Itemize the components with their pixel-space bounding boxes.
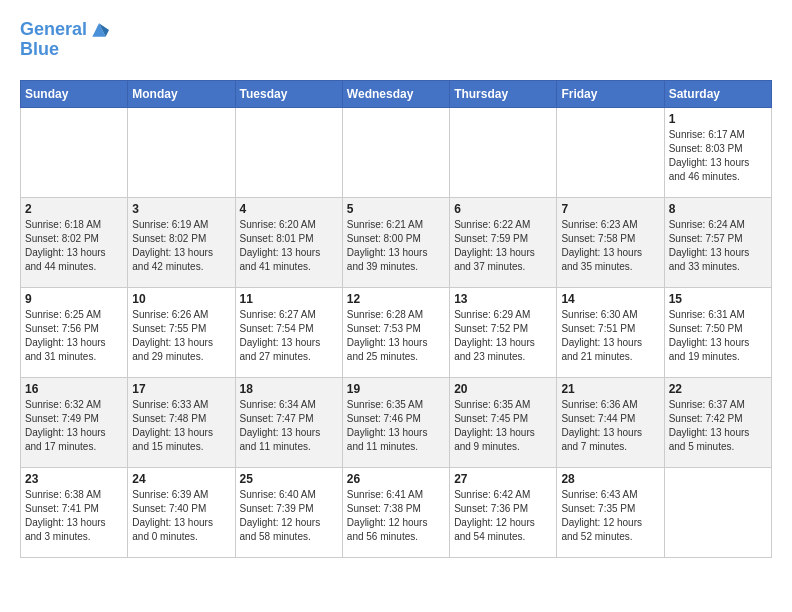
calendar-cell: 9Sunrise: 6:25 AM Sunset: 7:56 PM Daylig… — [21, 287, 128, 377]
logo-blue-text: Blue — [20, 40, 109, 60]
logo-text: General — [20, 20, 87, 40]
day-info: Sunrise: 6:23 AM Sunset: 7:58 PM Dayligh… — [561, 218, 659, 274]
day-number: 10 — [132, 292, 230, 306]
calendar-cell: 23Sunrise: 6:38 AM Sunset: 7:41 PM Dayli… — [21, 467, 128, 557]
day-number: 13 — [454, 292, 552, 306]
calendar-cell: 24Sunrise: 6:39 AM Sunset: 7:40 PM Dayli… — [128, 467, 235, 557]
calendar-cell: 15Sunrise: 6:31 AM Sunset: 7:50 PM Dayli… — [664, 287, 771, 377]
day-info: Sunrise: 6:39 AM Sunset: 7:40 PM Dayligh… — [132, 488, 230, 544]
calendar-cell — [21, 107, 128, 197]
day-header-thursday: Thursday — [450, 80, 557, 107]
calendar-cell: 4Sunrise: 6:20 AM Sunset: 8:01 PM Daylig… — [235, 197, 342, 287]
day-number: 24 — [132, 472, 230, 486]
calendar-cell — [128, 107, 235, 197]
day-header-saturday: Saturday — [664, 80, 771, 107]
calendar-cell: 2Sunrise: 6:18 AM Sunset: 8:02 PM Daylig… — [21, 197, 128, 287]
day-info: Sunrise: 6:36 AM Sunset: 7:44 PM Dayligh… — [561, 398, 659, 454]
day-number: 5 — [347, 202, 445, 216]
calendar-cell: 18Sunrise: 6:34 AM Sunset: 7:47 PM Dayli… — [235, 377, 342, 467]
day-number: 19 — [347, 382, 445, 396]
day-number: 4 — [240, 202, 338, 216]
day-number: 7 — [561, 202, 659, 216]
day-number: 20 — [454, 382, 552, 396]
day-number: 9 — [25, 292, 123, 306]
calendar-cell: 25Sunrise: 6:40 AM Sunset: 7:39 PM Dayli… — [235, 467, 342, 557]
day-info: Sunrise: 6:20 AM Sunset: 8:01 PM Dayligh… — [240, 218, 338, 274]
day-info: Sunrise: 6:37 AM Sunset: 7:42 PM Dayligh… — [669, 398, 767, 454]
day-number: 8 — [669, 202, 767, 216]
day-number: 22 — [669, 382, 767, 396]
day-header-wednesday: Wednesday — [342, 80, 449, 107]
day-number: 27 — [454, 472, 552, 486]
calendar-cell — [557, 107, 664, 197]
day-number: 15 — [669, 292, 767, 306]
calendar-cell — [342, 107, 449, 197]
calendar-cell: 14Sunrise: 6:30 AM Sunset: 7:51 PM Dayli… — [557, 287, 664, 377]
day-info: Sunrise: 6:21 AM Sunset: 8:00 PM Dayligh… — [347, 218, 445, 274]
day-info: Sunrise: 6:32 AM Sunset: 7:49 PM Dayligh… — [25, 398, 123, 454]
day-info: Sunrise: 6:35 AM Sunset: 7:45 PM Dayligh… — [454, 398, 552, 454]
calendar-cell: 20Sunrise: 6:35 AM Sunset: 7:45 PM Dayli… — [450, 377, 557, 467]
day-info: Sunrise: 6:42 AM Sunset: 7:36 PM Dayligh… — [454, 488, 552, 544]
day-info: Sunrise: 6:17 AM Sunset: 8:03 PM Dayligh… — [669, 128, 767, 184]
day-info: Sunrise: 6:24 AM Sunset: 7:57 PM Dayligh… — [669, 218, 767, 274]
calendar-cell: 12Sunrise: 6:28 AM Sunset: 7:53 PM Dayli… — [342, 287, 449, 377]
day-info: Sunrise: 6:27 AM Sunset: 7:54 PM Dayligh… — [240, 308, 338, 364]
calendar-cell: 27Sunrise: 6:42 AM Sunset: 7:36 PM Dayli… — [450, 467, 557, 557]
calendar-cell: 13Sunrise: 6:29 AM Sunset: 7:52 PM Dayli… — [450, 287, 557, 377]
day-number: 6 — [454, 202, 552, 216]
day-number: 18 — [240, 382, 338, 396]
calendar-cell: 16Sunrise: 6:32 AM Sunset: 7:49 PM Dayli… — [21, 377, 128, 467]
calendar-cell — [664, 467, 771, 557]
day-info: Sunrise: 6:43 AM Sunset: 7:35 PM Dayligh… — [561, 488, 659, 544]
day-info: Sunrise: 6:25 AM Sunset: 7:56 PM Dayligh… — [25, 308, 123, 364]
day-info: Sunrise: 6:18 AM Sunset: 8:02 PM Dayligh… — [25, 218, 123, 274]
calendar-cell: 5Sunrise: 6:21 AM Sunset: 8:00 PM Daylig… — [342, 197, 449, 287]
day-info: Sunrise: 6:35 AM Sunset: 7:46 PM Dayligh… — [347, 398, 445, 454]
day-number: 1 — [669, 112, 767, 126]
day-info: Sunrise: 6:33 AM Sunset: 7:48 PM Dayligh… — [132, 398, 230, 454]
calendar-cell: 21Sunrise: 6:36 AM Sunset: 7:44 PM Dayli… — [557, 377, 664, 467]
calendar-cell: 6Sunrise: 6:22 AM Sunset: 7:59 PM Daylig… — [450, 197, 557, 287]
day-info: Sunrise: 6:41 AM Sunset: 7:38 PM Dayligh… — [347, 488, 445, 544]
calendar-cell — [450, 107, 557, 197]
day-info: Sunrise: 6:34 AM Sunset: 7:47 PM Dayligh… — [240, 398, 338, 454]
day-info: Sunrise: 6:30 AM Sunset: 7:51 PM Dayligh… — [561, 308, 659, 364]
day-header-tuesday: Tuesday — [235, 80, 342, 107]
day-info: Sunrise: 6:19 AM Sunset: 8:02 PM Dayligh… — [132, 218, 230, 274]
calendar-cell: 1Sunrise: 6:17 AM Sunset: 8:03 PM Daylig… — [664, 107, 771, 197]
calendar-cell: 3Sunrise: 6:19 AM Sunset: 8:02 PM Daylig… — [128, 197, 235, 287]
day-info: Sunrise: 6:22 AM Sunset: 7:59 PM Dayligh… — [454, 218, 552, 274]
logo: General Blue — [20, 20, 109, 60]
day-number: 23 — [25, 472, 123, 486]
day-info: Sunrise: 6:38 AM Sunset: 7:41 PM Dayligh… — [25, 488, 123, 544]
day-number: 17 — [132, 382, 230, 396]
calendar-cell: 7Sunrise: 6:23 AM Sunset: 7:58 PM Daylig… — [557, 197, 664, 287]
day-info: Sunrise: 6:29 AM Sunset: 7:52 PM Dayligh… — [454, 308, 552, 364]
calendar-cell: 19Sunrise: 6:35 AM Sunset: 7:46 PM Dayli… — [342, 377, 449, 467]
day-header-friday: Friday — [557, 80, 664, 107]
day-number: 12 — [347, 292, 445, 306]
day-number: 14 — [561, 292, 659, 306]
day-number: 21 — [561, 382, 659, 396]
day-info: Sunrise: 6:26 AM Sunset: 7:55 PM Dayligh… — [132, 308, 230, 364]
day-number: 26 — [347, 472, 445, 486]
day-number: 25 — [240, 472, 338, 486]
day-number: 11 — [240, 292, 338, 306]
logo-icon — [89, 20, 109, 40]
calendar-table: SundayMondayTuesdayWednesdayThursdayFrid… — [20, 80, 772, 558]
day-header-sunday: Sunday — [21, 80, 128, 107]
calendar-cell — [235, 107, 342, 197]
calendar-cell: 8Sunrise: 6:24 AM Sunset: 7:57 PM Daylig… — [664, 197, 771, 287]
calendar-cell: 26Sunrise: 6:41 AM Sunset: 7:38 PM Dayli… — [342, 467, 449, 557]
calendar-cell: 22Sunrise: 6:37 AM Sunset: 7:42 PM Dayli… — [664, 377, 771, 467]
day-number: 28 — [561, 472, 659, 486]
day-info: Sunrise: 6:28 AM Sunset: 7:53 PM Dayligh… — [347, 308, 445, 364]
day-info: Sunrise: 6:31 AM Sunset: 7:50 PM Dayligh… — [669, 308, 767, 364]
day-header-monday: Monday — [128, 80, 235, 107]
calendar-cell: 28Sunrise: 6:43 AM Sunset: 7:35 PM Dayli… — [557, 467, 664, 557]
day-number: 2 — [25, 202, 123, 216]
day-info: Sunrise: 6:40 AM Sunset: 7:39 PM Dayligh… — [240, 488, 338, 544]
calendar-cell: 10Sunrise: 6:26 AM Sunset: 7:55 PM Dayli… — [128, 287, 235, 377]
calendar-cell: 17Sunrise: 6:33 AM Sunset: 7:48 PM Dayli… — [128, 377, 235, 467]
